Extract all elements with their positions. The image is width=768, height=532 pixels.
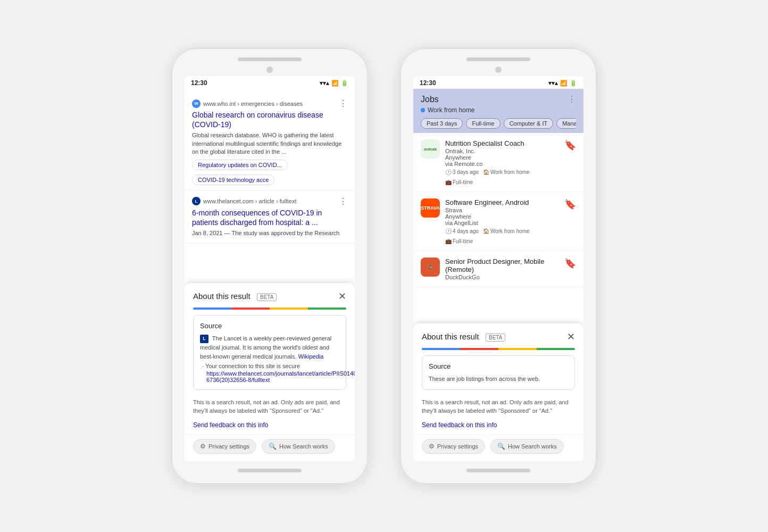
how-search-works-button-jobs[interactable]: 🔍 How Search works bbox=[490, 439, 564, 454]
lancet-menu-icon[interactable]: ⋮ bbox=[339, 196, 347, 206]
about-url-link[interactable]: https://www.thelancet.com/journals/lance… bbox=[206, 370, 339, 383]
phone-camera bbox=[266, 66, 273, 73]
job-via-ontrak: via Remote.co bbox=[445, 161, 559, 167]
home-icon-2: 🏠 bbox=[483, 228, 489, 234]
phone-search: 12:30 ▾▾▴ 📶 🔋 W www.who.int › emergenc bbox=[171, 48, 368, 484]
privacy-settings-label: Privacy settings bbox=[208, 443, 249, 450]
phone-screen-search: 12:30 ▾▾▴ 📶 🔋 W www.who.int › emergenc bbox=[185, 76, 355, 461]
job-title-ddg: Senior Product Designer, Mobile (Remote) bbox=[445, 257, 559, 273]
status-time-2: 12:30 bbox=[420, 79, 436, 87]
phone-notch-top bbox=[238, 57, 302, 61]
status-bar-2: 12:30 ▾▾▴ 📶 🔋 bbox=[413, 76, 583, 89]
job-info-ddg: Senior Product Designer, Mobile (Remote)… bbox=[445, 257, 559, 280]
bar-green bbox=[308, 307, 346, 310]
signal-icon: ▾▾▴ bbox=[320, 80, 329, 87]
jobs-header-row: Jobs ⋮ bbox=[421, 94, 576, 104]
filter-management[interactable]: Management bbox=[556, 118, 576, 129]
about-source-card: Source L The Lancet is a weekly peer-rev… bbox=[193, 315, 346, 390]
clock-icon: 🕐 bbox=[445, 169, 452, 175]
about-disclaimer-jobs: This is a search result, not an ad. Only… bbox=[422, 398, 575, 415]
who-link-chip-2[interactable]: COVID-19 technology acce bbox=[192, 174, 274, 185]
bar-blue bbox=[193, 307, 231, 310]
about-beta: BETA bbox=[257, 293, 277, 301]
about-disclaimer: This is a search result, not an ad. Only… bbox=[193, 398, 346, 415]
job-card-ontrak[interactable]: ontrak Nutrition Specialist Coach Ontrak… bbox=[413, 133, 583, 192]
privacy-settings-label-jobs: Privacy settings bbox=[437, 443, 478, 450]
briefcase-icon: 💼 bbox=[445, 179, 452, 185]
filter-fulltime[interactable]: Full-time bbox=[466, 118, 500, 129]
about-overlay-search: About this result BETA ✕ Source bbox=[185, 283, 355, 461]
privacy-settings-button[interactable]: ⚙ Privacy settings bbox=[193, 439, 256, 454]
job-card-ddg[interactable]: 🦆 Senior Product Designer, Mobile (Remot… bbox=[413, 251, 583, 287]
about-title-group-jobs: About this result BETA bbox=[422, 332, 505, 342]
who-result-links: Regulatory updates on COVID... COVID-19 … bbox=[192, 160, 347, 185]
jobs-screen: Jobs ⋮ Work from home Past 3 days Full-t… bbox=[413, 89, 583, 461]
lancet-url-row: L www.thelancet.com › article › fulltext… bbox=[192, 196, 347, 206]
status-time: 12:30 bbox=[191, 79, 207, 87]
how-search-label: How Search works bbox=[279, 443, 328, 450]
how-search-works-button[interactable]: 🔍 How Search works bbox=[262, 439, 335, 454]
job-card-strava[interactable]: STRAVA Software Engineer, Android Strava… bbox=[413, 192, 583, 251]
job-work-strava: 🏠 Work from home bbox=[483, 228, 530, 234]
about-header-jobs: About this result BETA ✕ bbox=[413, 323, 583, 343]
jobs-subtitle: Work from home bbox=[421, 106, 576, 114]
bar-blue-2 bbox=[422, 348, 460, 350]
home-icon: 🏠 bbox=[483, 169, 489, 175]
jobs-menu-icon[interactable]: ⋮ bbox=[567, 94, 576, 104]
phone-camera-2 bbox=[495, 66, 502, 73]
about-wiki-link[interactable]: Wikipedia bbox=[298, 353, 324, 360]
status-icons: ▾▾▴ 📶 🔋 bbox=[320, 80, 348, 87]
who-link-chip-1[interactable]: Regulatory updates on COVID... bbox=[192, 160, 288, 170]
about-title-jobs: About this result bbox=[422, 332, 479, 341]
bar-yellow-2 bbox=[498, 348, 537, 350]
phone-jobs: 12:30 ▾▾▴ 📶 🔋 Jobs ⋮ bbox=[400, 48, 597, 484]
job-age-ontrak: 🕐 3 days ago bbox=[445, 169, 479, 175]
bookmark-icon-ddg[interactable]: 🔖 bbox=[564, 257, 576, 269]
bar-red-2 bbox=[460, 348, 498, 350]
job-title-ontrak: Nutrition Specialist Coach bbox=[445, 139, 559, 147]
clock-icon-2: 🕐 bbox=[445, 228, 452, 234]
about-close-icon-jobs[interactable]: ✕ bbox=[567, 331, 575, 343]
privacy-settings-button-jobs[interactable]: ⚙ Privacy settings bbox=[422, 439, 485, 454]
phone-notch-bottom-2 bbox=[466, 469, 530, 472]
job-company-strava: Strava bbox=[445, 207, 559, 213]
search-icon-jobs: 🔍 bbox=[497, 443, 505, 450]
job-location-ontrak: Anywhere bbox=[445, 154, 559, 161]
filter-past3days[interactable]: Past 3 days bbox=[421, 118, 463, 129]
gear-icon-jobs: ⚙ bbox=[429, 443, 435, 450]
status-bar: 12:30 ▾▾▴ 📶 🔋 bbox=[185, 76, 355, 89]
job-info-ontrak: Nutrition Specialist Coach Ontrak, Inc. … bbox=[445, 139, 559, 185]
job-logo-ddg: 🦆 bbox=[421, 257, 440, 277]
signal-icon-2: ▾▾▴ bbox=[548, 80, 558, 87]
about-source-card-jobs: Source These are job listings from acros… bbox=[422, 355, 575, 390]
result-url: W www.who.int › emergencies › diseases bbox=[192, 99, 303, 108]
bookmark-icon-strava[interactable]: 🔖 bbox=[564, 198, 576, 210]
bookmark-icon-ontrak[interactable]: 🔖 bbox=[564, 139, 576, 151]
about-source-content-jobs: These are job listings from across the w… bbox=[429, 375, 568, 384]
about-feedback-link-jobs[interactable]: Send feedback on this info bbox=[413, 419, 583, 434]
who-result-title[interactable]: Global research on coronavirus disease (… bbox=[192, 110, 347, 129]
job-info-strava: Software Engineer, Android Strava Anywhe… bbox=[445, 198, 559, 244]
result-menu-icon[interactable]: ⋮ bbox=[339, 98, 347, 109]
about-secure-bullet: · Your connection to this site is secure bbox=[202, 363, 339, 369]
screen-content: W www.who.int › emergencies › diseases ⋮… bbox=[185, 89, 355, 461]
briefcase-icon-2: 💼 bbox=[445, 238, 452, 244]
filter-computer-it[interactable]: Computer & IT bbox=[504, 118, 554, 129]
lancet-favicon: L bbox=[192, 197, 201, 205]
jobs-title: Jobs bbox=[421, 95, 439, 104]
job-company-ddg: DuckDuckGo bbox=[445, 274, 559, 280]
search-icon: 🔍 bbox=[269, 443, 277, 450]
lancet-result-title[interactable]: 6-month consequences of COVID-19 in pati… bbox=[192, 208, 347, 227]
about-source-title-jobs: Source bbox=[429, 362, 568, 370]
jobs-screen-content: Jobs ⋮ Work from home Past 3 days Full-t… bbox=[413, 89, 583, 461]
gear-icon: ⚙ bbox=[200, 443, 206, 450]
who-favicon: W bbox=[192, 99, 201, 108]
about-buttons-jobs: ⚙ Privacy settings 🔍 How Search works bbox=[413, 434, 583, 461]
battery-icon: 🔋 bbox=[341, 80, 348, 87]
about-feedback-link[interactable]: Send feedback on this info bbox=[185, 419, 355, 434]
job-location-strava: Anywhere bbox=[445, 213, 559, 220]
who-url-text: www.who.int › emergencies › diseases bbox=[203, 101, 303, 107]
job-logo-ontrak: ontrak bbox=[421, 139, 440, 159]
phones-container: 12:30 ▾▾▴ 📶 🔋 W www.who.int › emergenc bbox=[171, 48, 597, 484]
about-close-icon[interactable]: ✕ bbox=[338, 290, 346, 302]
